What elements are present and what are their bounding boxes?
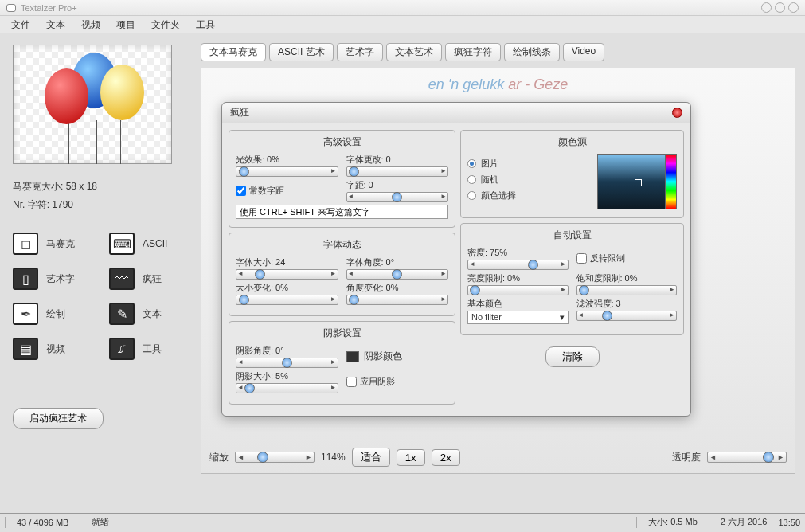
hint-input[interactable] — [236, 205, 448, 219]
tool-draw[interactable]: ✒绘制 — [13, 303, 92, 325]
shadow-settings: 阴影设置 阴影角度: 0° ◄► 阴影颜色 阴影大小: 5% ◄► 应用阴影 — [229, 321, 455, 405]
advanced-settings: 高级设置 光效果: 0% ◄► 字体更改: 0 ◄► 常数字距 字距: 0 ◄► — [229, 130, 455, 228]
anglevar-label: 角度变化: 0% — [346, 282, 449, 294]
tool-video[interactable]: ▤视频 — [13, 338, 92, 360]
const-spacing-checkbox[interactable]: 常数字距 — [236, 185, 284, 197]
status-time: 13:50 — [778, 518, 800, 527]
radio-picker[interactable]: 颜色选择 — [467, 190, 588, 201]
preview-image[interactable] — [13, 45, 172, 164]
sizevar-label: 大小变化: 0% — [236, 282, 338, 294]
zoom-label: 缩放 — [209, 451, 229, 464]
tab-crazy-char[interactable]: 疯狂字符 — [445, 43, 501, 61]
minimize-button[interactable] — [761, 2, 772, 13]
bright-label: 亮度限制: 0% — [467, 272, 569, 284]
app-icon — [6, 4, 16, 12]
fontsize-slider[interactable]: ◄► — [236, 269, 338, 280]
light-label: 光效果: 0% — [236, 154, 338, 166]
close-button[interactable] — [788, 2, 799, 13]
tab-ascii[interactable]: ASCII 艺术 — [269, 43, 334, 61]
tool-ascii[interactable]: ⌨ASCII — [109, 233, 188, 255]
sizevar-slider[interactable]: ◄► — [236, 295, 338, 305]
menu-folder[interactable]: 文件夹 — [145, 17, 186, 33]
status-date: 2 六月 2016 — [721, 516, 768, 528]
fontchange-slider[interactable]: ◄► — [346, 166, 449, 177]
menu-tools[interactable]: 工具 — [190, 17, 221, 33]
radio-random[interactable]: 随机 — [467, 174, 588, 186]
radio-image[interactable]: 图片 — [467, 158, 588, 170]
color-picker[interactable] — [597, 154, 677, 209]
light-slider[interactable]: ◄► — [236, 166, 338, 177]
opacity-label: 透明度 — [672, 451, 701, 464]
fontchange-label: 字体更改: 0 — [346, 154, 449, 166]
pencil-icon: ✎ — [109, 303, 135, 325]
dialog-titlebar[interactable]: 疯狂 — [222, 103, 690, 123]
colorsrc-title: 颜色源 — [467, 135, 677, 149]
book-icon: ▯ — [13, 268, 38, 290]
tab-text-mosaic[interactable]: 文本马赛克 — [201, 43, 266, 61]
shadowcolor-label: 阴影颜色 — [364, 350, 402, 363]
maximize-button[interactable] — [775, 2, 785, 13]
density-label: 密度: 75% — [467, 247, 569, 259]
shadow-title: 阴影设置 — [236, 327, 448, 340]
clear-button[interactable]: 清除 — [545, 346, 600, 367]
tool-art-text[interactable]: ▯艺术字 — [13, 268, 92, 290]
start-crazy-art-button[interactable]: 启动疯狂艺术 — [13, 408, 104, 429]
status-memory: 43 / 4096 MB — [17, 518, 68, 527]
status-size: 大小: 0.5 Mb — [648, 516, 698, 528]
apply-shadow-checkbox[interactable]: 应用阴影 — [346, 376, 395, 388]
font-dynamic: 字体动态 字体大小: 24 ◄► 字体角度: 0° ◄► 大小变化: 0% ◄►… — [229, 233, 455, 316]
zoom-value: 114% — [321, 452, 346, 463]
shadowangle-slider[interactable]: ◄► — [236, 358, 338, 368]
filter-select[interactable]: No filter▾ — [467, 311, 569, 324]
bright-slider[interactable]: ◄► — [467, 285, 569, 295]
tab-draw-lines[interactable]: 绘制线条 — [504, 43, 560, 61]
color-source: 颜色源 图片 随机 颜色选择 — [460, 130, 684, 218]
left-panel: 马赛克大小: 58 x 18 Nr. 字符: 1790 ◻马赛克 ⌨ASCII … — [0, 33, 201, 513]
statusbar: 43 / 4096 MB 就绪 大小: 0.5 Mb 2 六月 2016 13:… — [0, 513, 805, 530]
menu-project[interactable]: 项目 — [110, 17, 142, 33]
spacing-slider[interactable]: ◄► — [346, 192, 449, 202]
opacity-slider[interactable]: ◄► — [707, 452, 787, 463]
fit-button[interactable]: 适合 — [352, 448, 390, 467]
auto-title: 自动设置 — [467, 229, 677, 242]
tool-mosaic[interactable]: ◻马赛克 — [13, 233, 92, 255]
menu-file[interactable]: 文件 — [5, 17, 37, 33]
shadowsize-slider[interactable]: ◄► — [236, 383, 338, 393]
keyboard-icon: ⌨ — [109, 233, 135, 255]
fontsize-label: 字体大小: 24 — [236, 256, 338, 268]
invert-checkbox[interactable]: 反转限制 — [576, 252, 625, 264]
filterstr-slider[interactable]: ◄► — [576, 311, 678, 321]
basecolor-label: 基本颜色 — [467, 298, 569, 310]
anglevar-slider[interactable]: ◄► — [346, 295, 449, 305]
spacing-label: 字距: 0 — [346, 179, 449, 191]
auto-settings: 自动设置 密度: 75% ◄► 反转限制 亮度限制: 0% ◄► 饱和度限制: … — [460, 223, 684, 335]
zoom-1x-button[interactable]: 1x — [397, 449, 425, 466]
sat-slider[interactable]: ◄► — [576, 285, 678, 295]
mosaic-icon: ◻ — [13, 233, 38, 255]
sat-label: 饱和度限制: 0% — [576, 272, 678, 284]
zoom-slider[interactable]: ◄► — [235, 452, 315, 463]
bottom-controls: 缩放 ◄► 114% 适合 1x 2x 透明度 ◄► — [201, 448, 795, 467]
canvas-text: en 'n gelukk ar - Geze — [201, 76, 795, 93]
menubar: 文件 文本 视频 项目 文件夹 工具 — [0, 16, 805, 33]
tab-video[interactable]: Video — [563, 43, 604, 61]
tool-text[interactable]: ✎文本 — [109, 303, 188, 325]
tab-text-art[interactable]: 文本艺术 — [386, 43, 442, 61]
wave-icon: 〰 — [109, 268, 135, 290]
shadowangle-label: 阴影角度: 0° — [236, 345, 338, 357]
mosaic-size-label: 马赛克大小: 58 x 18 — [13, 180, 188, 194]
fontangle-slider[interactable]: ◄► — [346, 269, 449, 280]
status-ready: 就绪 — [92, 516, 109, 528]
app-title: Textaizer Pro+ — [21, 3, 758, 13]
tool-crazy[interactable]: 〰疯狂 — [109, 268, 188, 290]
tool-tools[interactable]: ⎎工具 — [109, 338, 188, 360]
menu-text[interactable]: 文本 — [40, 17, 72, 33]
shadow-color-swatch[interactable] — [346, 351, 359, 362]
density-slider[interactable]: ◄► — [467, 260, 569, 270]
menu-video[interactable]: 视频 — [75, 17, 107, 33]
zoom-2x-button[interactable]: 2x — [432, 449, 460, 466]
tab-art-text[interactable]: 艺术字 — [337, 43, 383, 61]
fontangle-label: 字体角度: 0° — [346, 256, 449, 268]
filterstr-label: 滤波强度: 3 — [576, 298, 678, 310]
dialog-close-button[interactable] — [672, 108, 682, 118]
